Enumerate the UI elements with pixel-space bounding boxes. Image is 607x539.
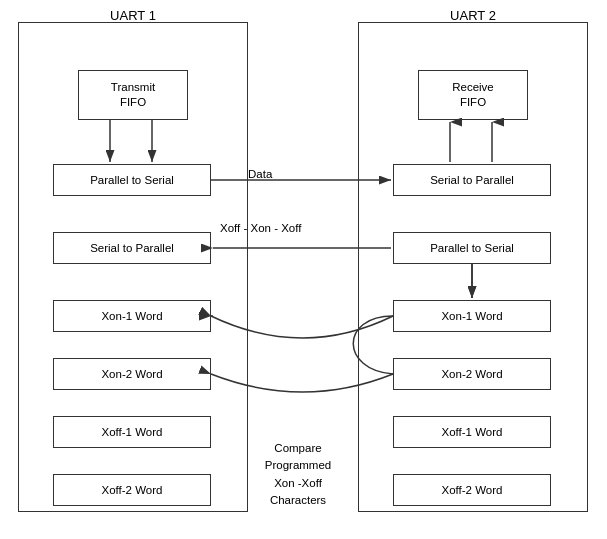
xon1-word-1: Xon-1 Word [53, 300, 211, 332]
xoff2-word-1: Xoff-2 Word [53, 474, 211, 506]
uart1-label: UART 1 [18, 8, 248, 23]
transmit-fifo: TransmitFIFO [78, 70, 188, 120]
parallel-to-serial-2: Parallel to Serial [393, 232, 551, 264]
serial-to-parallel-2: Serial to Parallel [393, 164, 551, 196]
parallel-to-serial-1: Parallel to Serial [53, 164, 211, 196]
uart2-label: UART 2 [358, 8, 588, 23]
xon2-word-2: Xon-2 Word [393, 358, 551, 390]
xon2-word-1: Xon-2 Word [53, 358, 211, 390]
xoff1-word-1: Xoff-1 Word [53, 416, 211, 448]
xon1-word-2: Xon-1 Word [393, 300, 551, 332]
xoff-xon-label: Xoff - Xon - Xoff [220, 222, 301, 234]
diagram: UART 1 UART 2 TransmitFIFO Parallel to S… [0, 0, 607, 539]
receive-fifo: ReceiveFIFO [418, 70, 528, 120]
xoff2-word-2: Xoff-2 Word [393, 474, 551, 506]
serial-to-parallel-1: Serial to Parallel [53, 232, 211, 264]
xoff1-word-2: Xoff-1 Word [393, 416, 551, 448]
center-text: CompareProgrammedXon -XoffCharacters [228, 440, 368, 509]
data-label: Data [248, 168, 272, 180]
